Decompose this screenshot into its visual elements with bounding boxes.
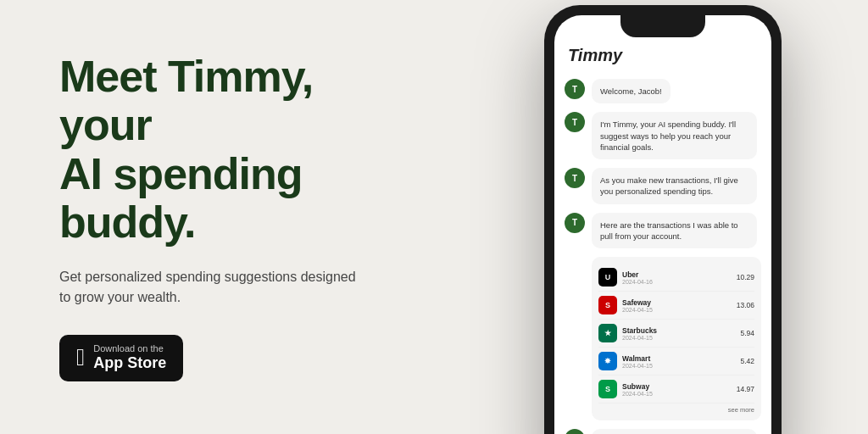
tx-uber-name: Uber (622, 270, 732, 279)
timmy-avatar-bottom: T (565, 429, 585, 434)
tx-starbucks-amount: 5.94 (740, 329, 754, 337)
starbucks-logo: ★ (598, 324, 617, 342)
right-panel: Timmy T Welcome, Jacob! T I'm Timm (458, 0, 868, 434)
phone-frame: Timmy T Welcome, Jacob! T I'm Timm (544, 5, 782, 434)
left-panel: Meet Timmy, your AI spending buddy. Get … (0, 2, 458, 432)
tx-subway-date: 2024-04-15 (622, 391, 732, 397)
tx-walmart-name: Walmart (622, 354, 735, 363)
tx-walmart-date: 2024-04-15 (622, 363, 735, 369)
tx-uber-amount: 10.29 (737, 273, 754, 281)
transactions-card: U Uber 2024-04-16 10.29 S Safeway 20 (592, 257, 761, 420)
headline-line2: AI spending buddy. (59, 149, 303, 247)
tx-uber-date: 2024-04-16 (622, 279, 732, 285)
bubble-2: I'm Timmy, your AI spending buddy. I'll … (592, 112, 757, 159)
tx-uber-info: Uber 2024-04-16 (622, 270, 732, 285)
bubble-3: As you make new transactions, I'll give … (592, 168, 757, 204)
tx-subway-info: Subway 2024-04-15 (622, 382, 732, 397)
download-on-label: Download on the (93, 343, 166, 354)
phone-screen: Timmy T Welcome, Jacob! T I'm Timm (554, 15, 771, 434)
uber-logo: U (598, 268, 617, 287)
tx-starbucks-date: 2024-04-15 (622, 335, 735, 341)
tx-subway-amount: 14.97 (737, 385, 754, 393)
headline: Meet Timmy, your AI spending buddy. (59, 53, 398, 247)
timmy-avatar-2: T (565, 112, 585, 132)
bubble-4: Here are the transactions I was able to … (592, 213, 757, 249)
app-store-label: App Store (93, 354, 166, 373)
tx-walmart-amount: 5.42 (740, 357, 754, 365)
see-more-link[interactable]: see more (598, 403, 754, 414)
app-store-text: Download on the App Store (93, 343, 166, 373)
chat-message-1: T Welcome, Jacob! (565, 79, 761, 103)
bubble-bottom: Besides suggestions, I generate budgets.… (592, 429, 757, 434)
bubble-1: Welcome, Jacob! (592, 79, 670, 103)
safeway-logo: S (598, 296, 617, 314)
tx-subway-name: Subway (622, 382, 732, 391)
tx-safeway-info: Safeway 2024-04-15 (622, 298, 732, 313)
transaction-uber: U Uber 2024-04-16 10.29 (598, 264, 754, 292)
transaction-starbucks: ★ Starbucks 2024-04-15 5.94 (598, 320, 754, 348)
walmart-logo: ✸ (598, 352, 617, 370)
transaction-walmart: ✸ Walmart 2024-04-15 5.42 (598, 348, 754, 376)
tx-walmart-info: Walmart 2024-04-15 (622, 354, 735, 369)
phone-notch (620, 15, 705, 37)
chat-message-3: T As you make new transactions, I'll giv… (565, 168, 761, 204)
chat-message-4: T Here are the transactions I was able t… (565, 213, 761, 249)
app-store-button[interactable]:  Download on the App Store (59, 335, 183, 381)
phone-wrapper: Timmy T Welcome, Jacob! T I'm Timm (544, 5, 782, 434)
timmy-avatar-3: T (565, 168, 585, 188)
timmy-avatar-4: T (565, 213, 585, 233)
tx-safeway-date: 2024-04-15 (622, 307, 732, 313)
chat-message-2: T I'm Timmy, your AI spending buddy. I'l… (565, 112, 761, 159)
tx-safeway-amount: 13.06 (737, 301, 754, 309)
tx-starbucks-info: Starbucks 2024-04-15 (622, 326, 735, 341)
timmy-avatar-1: T (565, 79, 585, 99)
transaction-safeway: S Safeway 2024-04-15 13.06 (598, 292, 754, 320)
tx-starbucks-name: Starbucks (622, 326, 735, 335)
chat-message-bottom: T Besides suggestions, I generate budget… (565, 429, 761, 434)
subway-logo: S (598, 380, 617, 398)
chat-area: T Welcome, Jacob! T I'm Timmy, your AI s… (554, 72, 771, 434)
apple-icon:  (76, 346, 85, 370)
transaction-subway: S Subway 2024-04-15 14.97 (598, 376, 754, 403)
headline-line1: Meet Timmy, your (59, 52, 313, 149)
tx-safeway-name: Safeway (622, 298, 732, 307)
subtext: Get personalized spending suggestions de… (59, 267, 364, 308)
